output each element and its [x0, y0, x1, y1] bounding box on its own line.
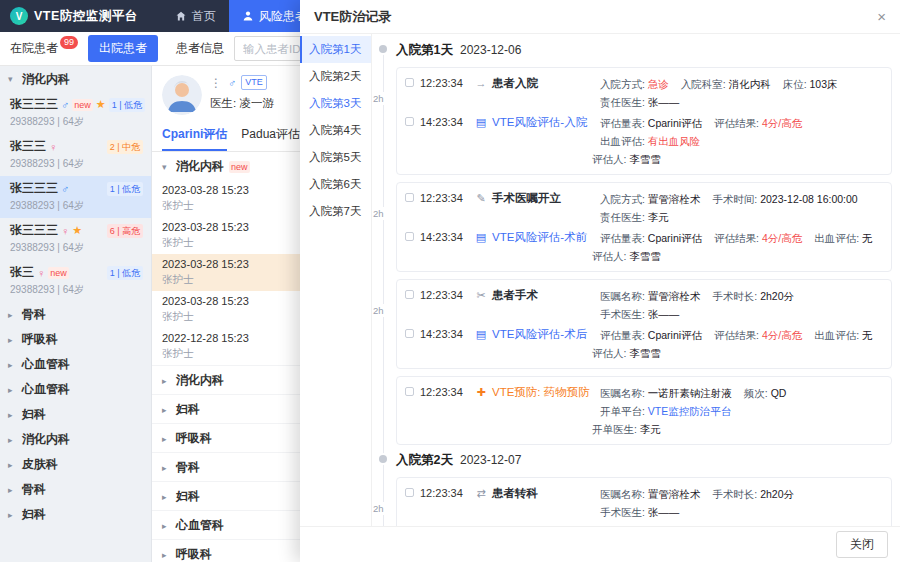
patient-list-item[interactable]: 张三三三♂new★1 | 低危29388293 | 64岁 [0, 92, 151, 134]
field: 评估人: 李雪雪 [592, 153, 661, 165]
patient-id-age: 29388293 | 64岁 [10, 157, 143, 171]
new-badge: new [48, 267, 69, 279]
patient-list-item[interactable]: 张三三三♀★6 | 高危29388293 | 64岁 [0, 218, 151, 260]
chevron-right-icon: ▸ [8, 360, 17, 370]
day-nav-item-3[interactable]: 入院第3天 [300, 90, 371, 117]
dept-item[interactable]: ▸消化内科 [0, 427, 151, 452]
field-label: 评估结果: [714, 329, 762, 341]
event-title[interactable]: VTE风险评估-入院 [492, 114, 600, 130]
risk-badge: 2 | 中危 [107, 140, 143, 154]
chevron-down-icon: ▾ [162, 162, 171, 172]
dept-item[interactable]: ▸呼吸科 [0, 327, 151, 352]
field: 开单医生: 李元 [592, 423, 661, 435]
favorite-star-icon[interactable]: ★ [72, 224, 82, 237]
app-logo: V VTE防控监测平台 [0, 0, 148, 32]
event-title[interactable]: VTE风险评估-术后 [492, 326, 600, 342]
risk-badge: 1 | 低危 [109, 98, 145, 112]
patient-list-item[interactable]: 张三三♀2 | 中危29388293 | 64岁 [0, 134, 151, 176]
event-title[interactable]: VTE风险评估-术前 [492, 229, 600, 245]
field-value: 4分/高危 [762, 329, 802, 341]
tab-inpatient[interactable]: 在院患者 99 [10, 40, 78, 57]
chevron-right-icon: ▸ [162, 492, 171, 502]
field-value: 张—— [648, 308, 680, 320]
new-badge: new [72, 99, 93, 111]
dept-name: 妇科 [22, 406, 46, 423]
field: 评估量表: Cparini评估 [600, 230, 702, 246]
field-value: 消化内科 [729, 78, 771, 90]
timeline-scroll-area[interactable]: 入院第1天2023-12-062h12:23:34→患者入院入院方式: 急诊入院… [372, 34, 900, 526]
eval-group-name: 消化内科 [176, 372, 224, 389]
event-fields: 评估量表: Cparini评估评估结果: 4分/高危出血评估: 无 [600, 524, 883, 526]
risk-badge: 1 | 低危 [107, 182, 143, 196]
dept-item[interactable]: ▸心血管科 [0, 352, 151, 377]
dept-item[interactable]: ▸心血管科 [0, 377, 151, 402]
app-root: V VTE防控监测平台 首页风险患者 在院患者 99 出院患者 患者信息 科 ▾… [0, 0, 900, 562]
event-title: 患者入院 [492, 75, 600, 91]
eval-group-name: 呼吸科 [176, 546, 212, 562]
field: 手术时长: 2h20分 [712, 288, 794, 304]
day-nav-item-2[interactable]: 入院第2天 [300, 63, 371, 90]
dept-name: 妇科 [22, 506, 46, 523]
field-label: 入院方式: [600, 193, 648, 205]
field-label: 评估人: [592, 347, 629, 359]
patient-list-item[interactable]: 张三三三♂1 | 低危29388293 | 64岁 [0, 176, 151, 218]
patient-list-item[interactable]: 张三♀new1 | 低危29388293 | 64岁 [0, 260, 151, 302]
user-icon [242, 10, 254, 22]
dept-item-expanded[interactable]: ▾消化内科 [0, 66, 151, 92]
day-nav-item-7[interactable]: 入院第7天 [300, 198, 371, 225]
eval-time: 2022-12-28 15:23 [162, 332, 249, 344]
event-fields: 评估量表: Cparini评估评估结果: 4分/高危出血评估: 无 [600, 229, 883, 246]
eval-group-name: 消化内科 [176, 158, 224, 175]
dept-item[interactable]: ▸皮肤科 [0, 452, 151, 477]
dept-name: 骨科 [22, 306, 46, 323]
field: 开单平台: VTE监控防治平台 [600, 403, 731, 419]
field-value: 置管溶栓术 [648, 193, 701, 205]
patient-name: 张三三三 [10, 180, 58, 197]
more-options-icon[interactable]: ⋮ [210, 76, 223, 90]
close-icon[interactable]: × [877, 8, 886, 25]
day-nav-item-5[interactable]: 入院第5天 [300, 144, 371, 171]
dept-item[interactable]: ▸骨科 [0, 302, 151, 327]
timeline-card: 2h12:23:34✎手术医嘱开立入院方式: 置管溶栓术手术时间: 2023-1… [396, 182, 892, 272]
eval-time: 2023-03-28 15:23 [162, 221, 249, 233]
menu-item-label: 首页 [192, 8, 216, 25]
event-time: 12:23:34 [420, 384, 472, 400]
field-value: 李雪雪 [629, 347, 661, 359]
transfer-icon: ⇄ [474, 485, 488, 501]
event-subfields: 评估人: 李雪雪 [592, 248, 883, 266]
tab-discharged[interactable]: 出院患者 [88, 35, 158, 62]
menu-item-home[interactable]: 首页 [162, 0, 229, 32]
event-title: 患者转科 [492, 485, 600, 501]
timeline-section-header: 入院第1天2023-12-06 [396, 42, 892, 60]
favorite-star-icon[interactable]: ★ [96, 98, 106, 111]
dept-item[interactable]: ▸妇科 [0, 402, 151, 427]
close-button[interactable]: 关闭 [836, 531, 888, 558]
day-nav-item-6[interactable]: 入院第6天 [300, 171, 371, 198]
event-time: 14:23:34 [420, 229, 472, 245]
day-nav-item-1[interactable]: 入院第1天 [300, 36, 371, 63]
eval-group-name: 妇科 [176, 401, 200, 418]
field-value: 4分/高危 [762, 117, 802, 129]
field-label: 入院科室: [681, 78, 729, 90]
chevron-right-icon: ▸ [162, 550, 171, 560]
assess-tab-1[interactable]: Cparini评估 [162, 121, 227, 151]
assess-tab-2[interactable]: Padua评估 [241, 121, 300, 151]
field: 出血评估: 无 [814, 230, 872, 246]
field-label: 评估人: [592, 250, 629, 262]
section-date: 2023-12-06 [460, 43, 521, 57]
day-nav-item-4[interactable]: 入院第4天 [300, 117, 371, 144]
field: 频次: QD [744, 385, 787, 401]
field-value: 无 [862, 329, 873, 341]
chevron-right-icon: ▸ [8, 510, 17, 520]
vte-assessment-icon: ▤ [474, 326, 488, 342]
timeline-card: 2h12:23:34✂患者手术医嘱名称: 置管溶栓术手术时长: 2h20分手术医… [396, 279, 892, 369]
chevron-right-icon: ▸ [162, 434, 171, 444]
field-value: 李雪雪 [629, 250, 661, 262]
chevron-right-icon: ▸ [8, 310, 17, 320]
field-value: Cparini评估 [648, 232, 702, 244]
field-label: 出血评估: [814, 329, 862, 341]
dept-item[interactable]: ▸骨科 [0, 477, 151, 502]
event-title[interactable]: VTE风险评估-术后 [492, 524, 600, 526]
gender-female-icon: ♀ [37, 267, 45, 279]
dept-item[interactable]: ▸妇科 [0, 502, 151, 527]
